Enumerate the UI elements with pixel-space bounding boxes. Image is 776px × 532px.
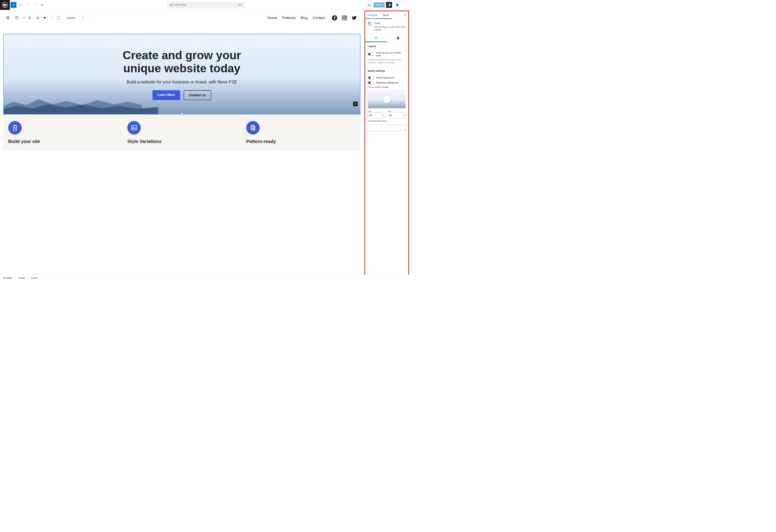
editor-top-bar: Front Page ⌘K Saved [0,0,410,10]
svg-point-29 [83,16,83,17]
features-section: Build your site Style Variations Pattern… [3,114,360,150]
nav-link-patterns[interactable]: Patterns [282,16,296,20]
nav-link-contact[interactable]: Contact [313,16,325,20]
nav-link-home[interactable]: Home [267,16,277,20]
keyboard-shortcut: ⌘K [238,4,242,6]
block-breadcrumb: Template Group Cover [0,275,410,281]
svg-rect-2 [368,4,371,5]
media-settings-panel: Media settings Fixed background Repeated… [365,67,408,134]
settings-sidebar: Template Block Cover Add an image or vid… [364,10,410,281]
svg-point-25 [52,18,53,18]
svg-point-27 [51,18,52,19]
breadcrumb-item[interactable]: Template [2,277,12,279]
settings-subtab[interactable] [365,34,387,42]
replace-media-button[interactable]: Replace [64,14,78,21]
svg-rect-41 [368,22,371,25]
cover-heading[interactable]: Create and grow your unique website toda… [123,48,241,75]
move-block-buttons[interactable] [27,14,32,21]
alt-text-input[interactable] [368,125,406,131]
svg-point-6 [405,4,405,4]
view-desktop-button[interactable] [366,2,372,8]
toggle-label: Inner blocks use content width [376,51,406,57]
close-sidebar-button[interactable] [402,14,408,17]
block-more-options-button[interactable] [80,14,87,21]
inner-blocks-width-toggle[interactable] [368,53,374,56]
feature-title: Style Variations [127,139,236,144]
svg-point-20 [51,17,51,17]
settings-sidebar-toggle[interactable] [386,2,392,8]
document-title-bar[interactable]: Front Page ⌘K [167,2,244,8]
svg-point-13 [23,17,23,17]
styles-button[interactable] [394,2,400,8]
feature-item[interactable]: Pattern-ready [246,121,356,144]
cover-subheading[interactable]: Build a website for your business or bra… [127,79,237,84]
height-button[interactable] [48,14,55,21]
mountains-graphic [4,95,158,114]
tab-block[interactable]: Block [380,11,392,19]
svg-point-7 [405,5,405,5]
feature-title: Pattern-ready [246,139,356,144]
instagram-icon[interactable] [342,15,347,21]
styles-subtab[interactable] [387,34,408,42]
svg-rect-19 [44,17,46,18]
feature-item[interactable]: Style Variations [127,121,236,144]
tab-template[interactable]: Template [365,11,380,19]
svg-point-21 [51,17,52,17]
block-type-icon[interactable] [13,14,20,21]
editor-canvas[interactable]: Replace Home Patterns Blog Contact [0,10,364,281]
focal-left-input[interactable] [369,114,383,117]
svg-point-34 [343,17,345,19]
add-block-button[interactable] [11,2,16,8]
layout-panel: Layout Inner blocks use content width Ne… [365,42,408,67]
svg-point-17 [23,18,23,19]
focal-top-label: Top [388,110,406,112]
saved-button[interactable]: Saved [374,2,385,7]
svg-rect-42 [369,23,370,24]
repeated-background-toggle[interactable] [368,81,374,85]
svg-point-35 [346,16,346,17]
focal-point-handle[interactable] [383,96,390,103]
feature-item[interactable]: Build your site [8,121,117,144]
block-toolbar: Replace [3,13,88,22]
content-position-button[interactable] [41,14,48,21]
svg-point-31 [83,19,83,19]
drag-handle-icon[interactable] [20,14,27,21]
learn-more-button[interactable]: Learn More [152,90,180,100]
options-menu-button[interactable] [402,2,408,8]
wordpress-logo[interactable] [0,0,10,10]
facebook-icon[interactable] [332,15,337,21]
nav-link-blog[interactable]: Blog [301,16,308,20]
fixed-background-toggle[interactable] [368,76,374,80]
twitter-icon[interactable] [351,15,357,21]
redo-button[interactable] [32,2,38,8]
focal-top-input[interactable] [389,114,403,117]
select-parent-button[interactable] [4,14,11,21]
add-inner-block-button[interactable]: + [353,102,358,106]
svg-rect-10 [7,17,9,19]
undo-button[interactable] [25,2,31,8]
svg-point-15 [23,17,23,18]
page-title: Front Page [170,3,186,7]
site-navigation: Home Patterns Blog Contact [267,15,357,21]
feature-title: Build your site [8,139,117,144]
cover-resize-handle[interactable] [180,113,183,115]
media-panel-toggle[interactable]: Media settings [365,67,408,74]
align-button[interactable] [34,14,41,21]
breadcrumb-item[interactable]: Cover [31,277,37,279]
svg-point-26 [51,18,51,19]
alt-text-label: Alternative text [368,120,406,122]
list-view-button[interactable] [39,2,45,8]
svg-point-43 [375,37,376,38]
layout-panel-toggle[interactable]: Layout [365,42,408,50]
edit-tool-icon[interactable] [18,2,24,8]
download-icon [246,121,260,135]
chevron-up-icon [403,69,406,72]
cover-block[interactable]: Create and grow your unique website toda… [3,34,360,115]
svg-rect-1 [170,4,172,6]
fullscreen-button[interactable] [55,14,62,21]
contact-us-button[interactable]: Contact us [184,90,211,100]
focal-point-picker[interactable] [368,90,406,109]
breadcrumb-item[interactable]: Group [18,277,25,279]
block-title: Cover [374,22,406,25]
toggle-help-text: Nested blocks will fill the width of thi… [368,58,406,64]
